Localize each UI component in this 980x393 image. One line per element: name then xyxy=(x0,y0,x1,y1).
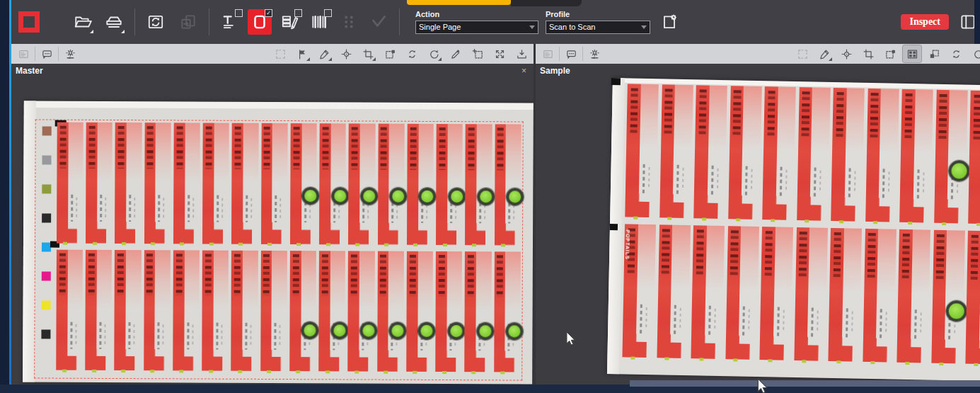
barcode-inspection-button[interactable] xyxy=(307,9,331,35)
print-column xyxy=(897,89,934,230)
print-column xyxy=(434,124,463,251)
sync-box-icon xyxy=(146,13,165,31)
sample-panel-title: Sample xyxy=(540,66,570,76)
scale-button[interactable] xyxy=(925,45,943,62)
flag-region-button[interactable] xyxy=(293,45,311,62)
sample-panel: Sample POPTAILS xyxy=(536,64,980,385)
master-scan-image[interactable] xyxy=(23,101,534,384)
graphics-inspection-checkbox[interactable]: ✓ xyxy=(265,9,272,17)
barcode-inspection-checkbox[interactable] xyxy=(324,9,332,17)
horizontal-scrollbar[interactable] xyxy=(630,380,980,387)
color-inspection-button[interactable] xyxy=(277,9,301,35)
profile-field: Profile Scan to Scan xyxy=(546,10,650,34)
color-patch xyxy=(42,156,51,165)
print-column xyxy=(792,227,829,368)
region-icon xyxy=(884,48,897,60)
print-column xyxy=(113,249,142,377)
print-column xyxy=(929,230,966,371)
scan-button[interactable] xyxy=(102,9,126,35)
dashed-box-icon xyxy=(275,48,287,60)
abc-check-icon xyxy=(369,13,388,31)
chevron-down-icon xyxy=(641,25,647,29)
crop-button[interactable] xyxy=(359,45,377,62)
target-icon xyxy=(340,48,352,60)
draw-button[interactable] xyxy=(315,45,333,62)
comment-icon xyxy=(565,48,577,60)
brightness-button[interactable] xyxy=(585,45,604,62)
add-frame-button[interactable] xyxy=(468,45,487,62)
chevron-down-icon xyxy=(529,25,535,29)
dropdown-corner-icon xyxy=(372,57,376,61)
color-patch xyxy=(42,185,51,194)
color-inspection-checkbox[interactable] xyxy=(294,9,302,17)
open-file-button[interactable] xyxy=(71,9,95,35)
print-column xyxy=(688,225,725,366)
app-logo-icon[interactable] xyxy=(18,11,40,33)
rotate-button[interactable] xyxy=(425,45,443,62)
braille-inspection-button xyxy=(337,9,361,35)
print-column xyxy=(229,250,259,377)
print-column xyxy=(288,123,318,251)
comment-button[interactable] xyxy=(562,45,580,62)
print-column xyxy=(376,124,405,251)
refresh-view-button[interactable] xyxy=(947,45,965,62)
eyedropper-button[interactable] xyxy=(446,45,465,62)
action-dropdown[interactable]: Single Page xyxy=(415,21,538,34)
print-column xyxy=(200,123,230,251)
print-column xyxy=(463,124,492,251)
print-column xyxy=(829,88,865,229)
refresh-icon xyxy=(406,48,418,60)
target-button[interactable] xyxy=(337,45,355,62)
sample-scan-image[interactable]: POPTAILS xyxy=(607,78,980,382)
doc-gear-icon xyxy=(660,13,679,31)
registration-mark xyxy=(611,78,621,85)
print-column xyxy=(171,250,200,377)
comment-icon xyxy=(41,48,53,60)
main-toolbar: ✓ Action Single Page Profile Scan to Sca… xyxy=(11,0,980,44)
text-inspection-button[interactable] xyxy=(218,9,242,35)
comment-button[interactable] xyxy=(38,45,56,62)
download-icon xyxy=(516,48,528,60)
close-icon[interactable]: × xyxy=(521,66,526,76)
fit-expand-button[interactable] xyxy=(490,45,509,62)
profile-dropdown[interactable]: Scan to Scan xyxy=(546,21,650,34)
print-row xyxy=(623,84,980,232)
region-button[interactable] xyxy=(881,45,899,62)
graphics-inspection-button[interactable]: ✓ xyxy=(248,9,272,35)
color-patch xyxy=(41,330,50,339)
region-icon xyxy=(384,48,396,60)
inspect-button[interactable]: Inspect xyxy=(901,14,949,30)
refresh-view-button[interactable] xyxy=(403,45,421,62)
notification-toast-tab xyxy=(511,0,582,6)
target-button[interactable] xyxy=(837,45,855,62)
print-row xyxy=(54,123,522,251)
master-toolbar xyxy=(11,44,534,64)
text-inspection-checkbox[interactable] xyxy=(235,9,243,17)
print-column xyxy=(657,84,694,225)
export-button[interactable] xyxy=(512,45,531,62)
sample-toolbar xyxy=(536,44,980,64)
print-column xyxy=(54,123,84,250)
new-profile-button[interactable] xyxy=(657,9,681,35)
print-column xyxy=(54,249,83,377)
selection-button xyxy=(793,45,812,62)
print-column xyxy=(726,86,763,227)
draw-button[interactable] xyxy=(815,45,834,62)
dropdown-corner-icon xyxy=(829,57,832,61)
rotate-button[interactable] xyxy=(969,45,980,62)
print-column xyxy=(375,251,405,378)
crop-button[interactable] xyxy=(859,45,877,62)
print-column xyxy=(931,90,968,231)
green-dot xyxy=(506,322,524,340)
brightness-button[interactable] xyxy=(61,45,79,62)
region-button[interactable] xyxy=(381,45,399,62)
print-column xyxy=(760,86,797,227)
action-label: Action xyxy=(415,10,538,18)
print-column xyxy=(229,123,259,251)
expand-icon xyxy=(494,48,506,60)
print-column xyxy=(723,226,760,367)
rescan-button[interactable] xyxy=(144,9,168,35)
grid-view-button[interactable] xyxy=(903,45,921,62)
brightness-icon xyxy=(589,48,601,60)
dashed-box-icon xyxy=(797,48,809,60)
